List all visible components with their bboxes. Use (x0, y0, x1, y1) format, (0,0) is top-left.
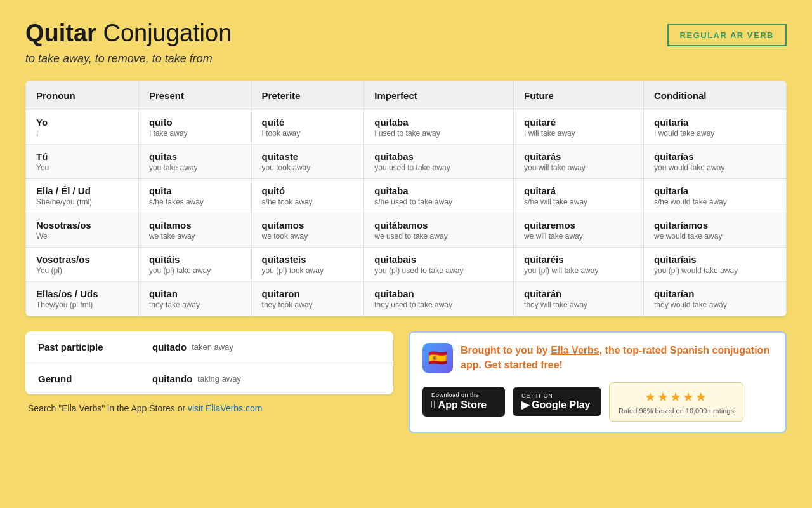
cell-conditional: quitaríasyou would take away (643, 144, 786, 178)
participle-box: Past participle quitado taken away Gerun… (25, 331, 393, 394)
cell-imperfect: quitabas/he used to take away (364, 178, 514, 213)
cell-imperfect: quitabasyou used to take away (364, 144, 514, 178)
google-play-large-text: ▶ Google Play (521, 399, 590, 411)
table-row: Ellas/os / UdsThey/you (pl fml)quitanthe… (26, 281, 787, 316)
cell-future: quitaremoswe will take away (514, 213, 644, 247)
cell-conditional: quitarías/he would take away (643, 178, 786, 213)
participle-section: Past participle quitado taken away Gerun… (25, 331, 393, 413)
cell-future: quitaréI will take away (514, 110, 644, 144)
app-store-button[interactable]: Download on the  App Store (422, 387, 505, 417)
col-imperfect: Imperfect (364, 81, 514, 110)
page-header: Quitar Conjugation to take away, to remo… (25, 19, 787, 65)
table-row: YoIquitoI take awayquitéI took awayquita… (26, 110, 787, 144)
search-text: Search "Ella Verbs" in the App Stores or… (25, 403, 393, 413)
title-rest: Conjugation (96, 20, 232, 46)
cell-imperfect: quitabaisyou (pl) used to take away (364, 247, 514, 281)
cell-preterite: quitasteyou took away (251, 144, 364, 178)
app-store-label: App Store (438, 399, 487, 411)
past-participle-meaning: taken away (192, 342, 233, 352)
col-conditional: Conditional (643, 81, 786, 110)
past-participle-label: Past participle (38, 342, 152, 352)
cell-present: quitasyou take away (138, 144, 251, 178)
cell-preterite: quitéI took away (251, 110, 364, 144)
table-row: Vosotras/osYou (pl)quitáisyou (pl) take … (26, 247, 787, 281)
title-bold: Quitar (25, 20, 96, 46)
cell-imperfect: quitabaI used to take away (364, 110, 514, 144)
cell-present: quitamoswe take away (138, 213, 251, 247)
app-store-small-text: Download on the (431, 392, 479, 398)
cell-pronoun: Nosotras/osWe (26, 213, 139, 247)
ella-verbs-brand-link[interactable]: Ella Verbs (551, 345, 599, 356)
past-participle-row: Past participle quitado taken away (25, 331, 393, 363)
google-play-small-text: GET IT ON (521, 392, 553, 399)
page-title: Quitar Conjugation (25, 19, 232, 48)
cell-pronoun: YoI (26, 110, 139, 144)
cell-present: quitoI take away (138, 110, 251, 144)
google-play-button[interactable]: GET IT ON ▶ Google Play (513, 387, 601, 416)
cell-preterite: quitaronthey took away (251, 281, 364, 316)
play-icon: ▶ (521, 399, 529, 411)
cell-future: quitaránthey will take away (514, 281, 644, 316)
cell-preterite: quitós/he took away (251, 178, 364, 213)
star-rating: ★★★★★ (619, 389, 734, 404)
google-play-label: Google Play (532, 399, 590, 411)
title-block: Quitar Conjugation to take away, to remo… (25, 19, 232, 65)
table-row: Ella / Él / UdShe/he/you (fml)quitas/he … (26, 178, 787, 213)
apple-icon:  (431, 398, 436, 411)
cell-present: quitanthey take away (138, 281, 251, 316)
cell-imperfect: quitábamoswe used to take away (364, 213, 514, 247)
col-pronoun: Pronoun (26, 81, 139, 110)
table-row: TúYouquitasyou take awayquitasteyou took… (26, 144, 787, 178)
col-preterite: Preterite (251, 81, 364, 110)
rating-text: Rated 98% based on 10,000+ ratings (619, 407, 734, 415)
cell-conditional: quitaríaisyou (pl) would take away (643, 247, 786, 281)
promo-buttons: Download on the  App Store GET IT ON ▶ … (422, 382, 773, 422)
cell-preterite: quitamoswe took away (251, 213, 364, 247)
ella-verbs-link[interactable]: visit EllaVerbs.com (188, 403, 262, 413)
rating-box: ★★★★★ Rated 98% based on 10,000+ ratings (609, 382, 743, 422)
gerund-value: quitando (152, 373, 192, 384)
cell-future: quitaréisyou (pl) will take away (514, 247, 644, 281)
app-icon: 🇪🇸 (422, 343, 453, 373)
cell-conditional: quitaríaI would take away (643, 110, 786, 144)
cell-conditional: quitaríamoswe would take away (643, 213, 786, 247)
cell-present: quitáisyou (pl) take away (138, 247, 251, 281)
regular-verb-badge: REGULAR AR VERB (667, 24, 787, 46)
promo-header: 🇪🇸 Brought to you by Ella Verbs, the top… (422, 343, 773, 373)
col-future: Future (514, 81, 644, 110)
table-header-row: Pronoun Present Preterite Imperfect Futu… (26, 81, 787, 110)
cell-pronoun: Ellas/os / UdsThey/you (pl fml) (26, 281, 139, 316)
cell-present: quitas/he takes away (138, 178, 251, 213)
col-present: Present (138, 81, 251, 110)
page-subtitle: to take away, to remove, to take from (25, 52, 232, 65)
app-store-large-text:  App Store (431, 398, 487, 411)
table-row: Nosotras/osWequitamoswe take awayquitamo… (26, 213, 787, 247)
past-participle-value: quitado (152, 342, 187, 352)
cell-imperfect: quitabanthey used to take away (364, 281, 514, 316)
cell-pronoun: TúYou (26, 144, 139, 178)
gerund-meaning: taking away (197, 374, 241, 384)
cell-future: quitarásyou will take away (514, 144, 644, 178)
search-text-prefix: Search "Ella Verbs" in the App Stores or (28, 403, 185, 413)
cell-preterite: quitasteisyou (pl) took away (251, 247, 364, 281)
promo-text: Brought to you by Ella Verbs, the top-ra… (461, 344, 773, 372)
conjugation-table: Pronoun Present Preterite Imperfect Futu… (25, 81, 787, 316)
cell-pronoun: Ella / Él / UdShe/he/you (fml) (26, 178, 139, 213)
gerund-label: Gerund (38, 373, 152, 384)
promo-box: 🇪🇸 Brought to you by Ella Verbs, the top… (409, 331, 787, 433)
cell-conditional: quitaríanthey would take away (643, 281, 786, 316)
cell-pronoun: Vosotras/osYou (pl) (26, 247, 139, 281)
gerund-row: Gerund quitando taking away (25, 363, 393, 394)
bottom-section: Past participle quitado taken away Gerun… (25, 331, 787, 433)
cell-future: quitarás/he will take away (514, 178, 644, 213)
